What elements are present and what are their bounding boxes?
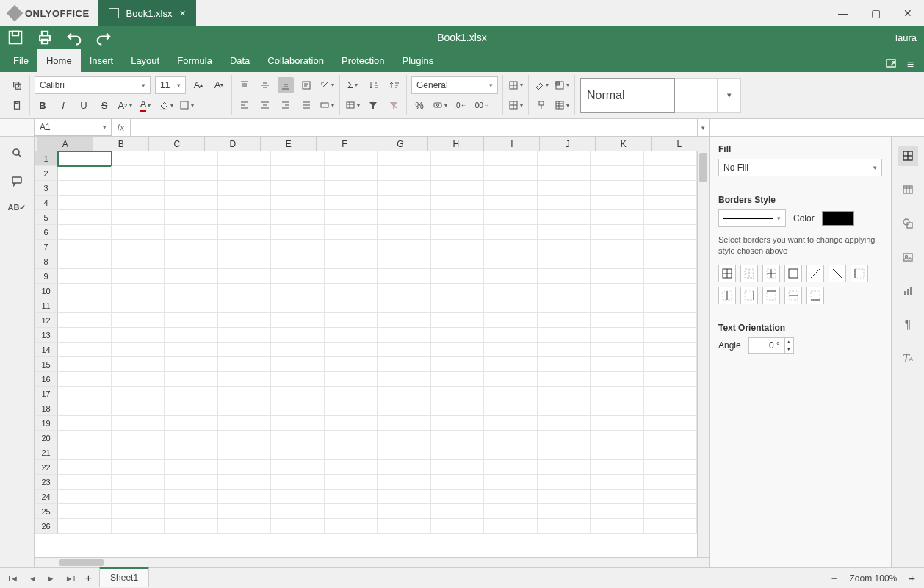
subscript-superscript-button[interactable]: A2 (117, 97, 133, 113)
cell-A25[interactable] (58, 504, 112, 519)
cell-D21[interactable] (218, 445, 272, 460)
cell-I23[interactable] (484, 475, 538, 490)
cell-G24[interactable] (378, 490, 431, 504)
paragraph-settings-button[interactable]: ¶ (898, 315, 918, 335)
cell-C9[interactable] (165, 269, 218, 284)
cell-E20[interactable] (271, 431, 325, 445)
cell-K25[interactable] (591, 504, 644, 519)
cell-I7[interactable] (484, 240, 538, 254)
cell-K5[interactable] (591, 210, 644, 225)
sheet-first-button[interactable]: I◄ (6, 573, 21, 584)
cell-C20[interactable] (165, 431, 218, 445)
cell-E7[interactable] (271, 240, 325, 254)
cell-C12[interactable] (165, 313, 218, 328)
align-bottom-button[interactable] (278, 77, 294, 93)
cell-K7[interactable] (591, 240, 644, 254)
cell-L17[interactable] (644, 387, 698, 401)
border-style-select[interactable]: ▾ (718, 209, 786, 227)
col-header-E[interactable]: E (261, 137, 317, 151)
col-header-H[interactable]: H (428, 137, 484, 151)
cell-G9[interactable] (378, 269, 431, 284)
borders-button[interactable] (178, 97, 195, 113)
cell-C11[interactable] (165, 298, 218, 313)
angle-up-button[interactable]: ▴ (785, 338, 793, 345)
col-header-B[interactable]: B (93, 137, 149, 151)
cell-D7[interactable] (218, 240, 272, 254)
cell-A13[interactable] (58, 328, 112, 343)
cell-K12[interactable] (591, 313, 644, 328)
border-outer-button[interactable] (784, 265, 802, 282)
cell-C8[interactable] (165, 254, 218, 269)
cell-L20[interactable] (644, 431, 698, 445)
cell-A15[interactable] (58, 357, 112, 372)
cell-F26[interactable] (325, 519, 378, 534)
cell-A9[interactable] (58, 269, 112, 284)
cell-K21[interactable] (591, 445, 644, 460)
cell-L13[interactable] (644, 328, 698, 343)
cell-J9[interactable] (538, 269, 591, 284)
cell-A23[interactable] (58, 475, 112, 490)
add-sheet-button[interactable]: + (78, 572, 99, 585)
cell-K18[interactable] (591, 401, 644, 416)
cell-G15[interactable] (378, 357, 431, 372)
cell-A16[interactable] (58, 372, 112, 387)
comments-button[interactable] (11, 175, 23, 190)
cell-F1[interactable] (325, 151, 378, 166)
cell-I11[interactable] (484, 298, 538, 313)
cell-I17[interactable] (484, 387, 538, 401)
cell-L19[interactable] (644, 416, 698, 431)
cell-I14[interactable] (484, 343, 538, 357)
horizontal-scroll-thumb[interactable] (59, 559, 104, 566)
border-inner-button[interactable] (762, 265, 780, 282)
increase-decimal-button[interactable]: .00→ (473, 97, 490, 113)
redo-button[interactable] (95, 29, 112, 46)
cell-H25[interactable] (431, 504, 485, 519)
cell-B22[interactable] (112, 460, 165, 475)
cell-C19[interactable] (165, 416, 218, 431)
cell-C26[interactable] (165, 519, 218, 534)
border-none-button[interactable] (740, 265, 758, 282)
cell-G19[interactable] (378, 416, 431, 431)
row-header-25[interactable]: 25 (35, 504, 58, 519)
cell-H12[interactable] (431, 313, 485, 328)
cell-I4[interactable] (484, 196, 538, 210)
cell-E26[interactable] (271, 519, 325, 534)
cell-H22[interactable] (431, 460, 485, 475)
cell-G23[interactable] (378, 475, 431, 490)
cell-C10[interactable] (165, 284, 218, 298)
cell-A2[interactable] (58, 166, 112, 181)
cell-H19[interactable] (431, 416, 485, 431)
cell-J23[interactable] (538, 475, 591, 490)
cell-J11[interactable] (538, 298, 591, 313)
cell-H7[interactable] (431, 240, 485, 254)
cell-K11[interactable] (591, 298, 644, 313)
cell-G6[interactable] (378, 225, 431, 240)
cell-L10[interactable] (644, 284, 698, 298)
close-window-button[interactable]: ✕ (892, 0, 924, 26)
cell-B6[interactable] (112, 225, 165, 240)
tab-home[interactable]: Home (37, 49, 81, 72)
cell-J8[interactable] (538, 254, 591, 269)
cell-F3[interactable] (325, 181, 378, 196)
cell-H6[interactable] (431, 225, 485, 240)
cell-I9[interactable] (484, 269, 538, 284)
cell-B5[interactable] (112, 210, 165, 225)
cell-D17[interactable] (218, 387, 272, 401)
font-size-select[interactable]: 11▾ (155, 76, 186, 94)
cell-F15[interactable] (325, 357, 378, 372)
cell-B25[interactable] (112, 504, 165, 519)
tab-formula[interactable]: Formula (168, 49, 221, 72)
cell-H21[interactable] (431, 445, 485, 460)
cell-D5[interactable] (218, 210, 272, 225)
cell-D24[interactable] (218, 490, 272, 504)
close-tab-icon[interactable]: × (179, 7, 185, 19)
cell-J18[interactable] (538, 401, 591, 416)
cell-F21[interactable] (325, 445, 378, 460)
cell-C6[interactable] (165, 225, 218, 240)
cell-L3[interactable] (644, 181, 698, 196)
named-ranges-button[interactable] (344, 97, 361, 113)
border-right-button[interactable] (740, 287, 758, 304)
cell-G18[interactable] (378, 401, 431, 416)
sheet-next-button[interactable]: ► (45, 573, 57, 584)
cell-F22[interactable] (325, 460, 378, 475)
